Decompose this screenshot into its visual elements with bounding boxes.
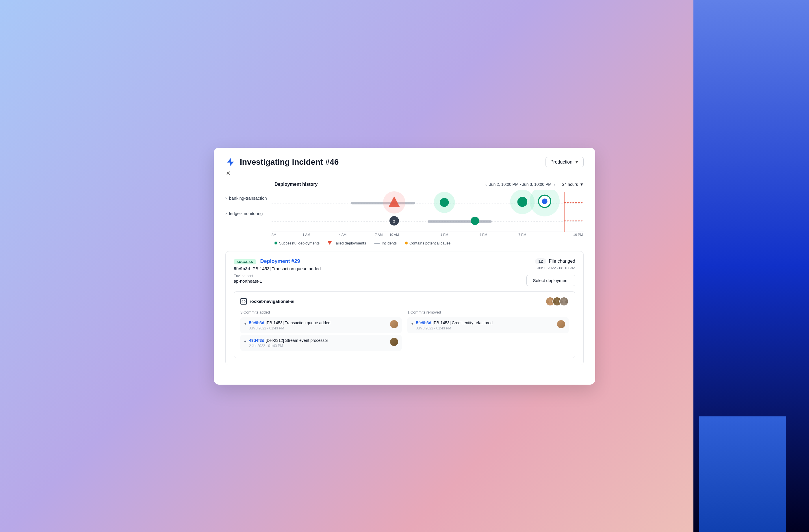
repo-header: rocket-navigational-ai bbox=[240, 297, 569, 306]
deployment-history-label: Deployment history bbox=[275, 182, 317, 187]
commit-date: Jun 3 2022 - 01:43 PM bbox=[416, 326, 493, 330]
svg-point-14 bbox=[542, 198, 547, 204]
svg-text:7 AM: 7 AM bbox=[375, 233, 382, 236]
service-item-banking[interactable]: › banking-transaction bbox=[225, 196, 272, 201]
avatar-group bbox=[546, 297, 569, 306]
commit-dot-icon: ⬥ bbox=[411, 321, 414, 326]
legend-incidents-label: Incidents bbox=[382, 241, 397, 245]
chart-controls: ‹ Jun 2, 10:00 PM - Jun 3, 10:00 PM › 24… bbox=[485, 182, 584, 187]
legend-potential: Contains potential cause bbox=[405, 241, 450, 245]
svg-text:4 PM: 4 PM bbox=[479, 233, 487, 236]
commit-hash-link[interactable]: 49d4f3d bbox=[249, 338, 264, 343]
svg-point-36 bbox=[561, 302, 567, 306]
services-list: › banking-transaction › ledger-monitorin… bbox=[225, 190, 272, 239]
repo-name: rocket-navigational-ai bbox=[240, 298, 294, 305]
legend-failed: Failed deployments bbox=[328, 241, 366, 245]
svg-point-31 bbox=[548, 298, 552, 302]
deployment-commit-message: [PB-1453] Transaction queue added bbox=[252, 266, 321, 271]
commits-removed: 1 Commits removed ⬥ 5fe9b3d [PB-1453] Cr… bbox=[407, 310, 569, 353]
avatar-3 bbox=[560, 297, 569, 306]
deployment-card-right: 12 File changed Jun 3 2022 - 08:10 PM Se… bbox=[527, 258, 575, 286]
header: Investigating incident #46 Production ▼ bbox=[225, 157, 584, 167]
legend-incidents: Incidents bbox=[374, 241, 397, 245]
svg-text:10 AM: 10 AM bbox=[390, 233, 399, 236]
svg-text:10 AM: 10 AM bbox=[272, 233, 276, 236]
commit-dot-icon: ⬥ bbox=[244, 321, 247, 326]
commit-message: [DH-2312] Stream event processor bbox=[265, 338, 328, 343]
select-deployment-button[interactable]: Select deployment bbox=[527, 275, 575, 286]
file-changed: 12 File changed bbox=[527, 258, 575, 264]
service-chevron-icon: › bbox=[225, 196, 227, 200]
service-item-ledger[interactable]: › ledger-monitoring bbox=[225, 211, 272, 216]
commit-hash-link[interactable]: 5fe9b3d bbox=[416, 321, 431, 325]
svg-text:10 PM: 10 PM bbox=[573, 233, 583, 236]
commits-removed-label: 1 Commits removed bbox=[407, 310, 569, 314]
legend-failed-label: Failed deployments bbox=[333, 241, 366, 245]
commit-message: [PB-1453] Credit entity refactored bbox=[432, 321, 493, 325]
commit-item-left: ⬥ 5fe9b3d [PB-1453] Credit entity refact… bbox=[411, 320, 493, 330]
commit-avatar bbox=[390, 320, 398, 328]
svg-point-32 bbox=[547, 302, 553, 306]
commit-details: 5fe9b3d [PB-1453] Transaction queue adde… bbox=[249, 320, 330, 330]
legend-incidents-line bbox=[374, 243, 380, 244]
avatar-image-3 bbox=[560, 297, 568, 306]
svg-rect-5 bbox=[351, 202, 415, 204]
deployment-commit-hash: 5fe9b3d bbox=[234, 266, 250, 271]
production-dropdown[interactable]: Production ▼ bbox=[546, 157, 584, 167]
date-range-text: Jun 2, 10:00 PM - Jun 3, 10:00 PM bbox=[489, 182, 552, 187]
chart-section: Deployment history ‹ Jun 2, 10:00 PM - J… bbox=[225, 182, 584, 245]
date-range: ‹ Jun 2, 10:00 PM - Jun 3, 10:00 PM › bbox=[485, 182, 555, 187]
svg-point-11 bbox=[517, 197, 528, 207]
svg-rect-18 bbox=[428, 220, 492, 223]
deployment-card: SUCCESS Deployment #29 5fe9b3d [PB-1453]… bbox=[225, 251, 584, 365]
commits-added-label: 3 Commits added bbox=[240, 310, 402, 314]
chart-legend: Successful deployments Failed deployment… bbox=[275, 241, 584, 245]
commits-added: 3 Commits added ⬥ 5fe9b3d [PB-1453] Tran… bbox=[240, 310, 402, 353]
commit-date: Jun 3 2022 - 01:43 PM bbox=[249, 326, 330, 330]
commit-line: 49d4f3d [DH-2312] Stream event processor bbox=[249, 338, 328, 343]
commit-details: 49d4f3d [DH-2312] Stream event processor… bbox=[249, 338, 328, 348]
commit-details: 5fe9b3d [PB-1453] Credit entity refactor… bbox=[416, 320, 493, 330]
svg-text:7 PM: 7 PM bbox=[518, 233, 526, 236]
repo-section: rocket-navigational-ai bbox=[234, 291, 575, 358]
time-chevron-icon: ▼ bbox=[580, 182, 584, 187]
commit-item-removed-0: ⬥ 5fe9b3d [PB-1453] Credit entity refact… bbox=[407, 317, 569, 333]
commit-avatar bbox=[557, 320, 565, 328]
chevron-down-icon: ▼ bbox=[575, 160, 579, 165]
svg-point-21 bbox=[471, 217, 479, 225]
chart-svg: 2 10 AM 1 AM 4 AM 7 AM 10 AM 1 PM 4 PM 7… bbox=[272, 190, 584, 238]
svg-point-9 bbox=[440, 198, 449, 207]
commit-item-left: ⬥ 49d4f3d [DH-2312] Stream event process… bbox=[244, 338, 328, 348]
commit-line: 5fe9b3d [PB-1453] Credit entity refactor… bbox=[416, 320, 493, 325]
service-label: banking-transaction bbox=[229, 196, 267, 201]
svg-text:1 AM: 1 AM bbox=[303, 233, 310, 236]
prev-arrow[interactable]: ‹ bbox=[485, 182, 487, 187]
commit-item-1: ⬥ 49d4f3d [DH-2312] Stream event process… bbox=[240, 335, 402, 351]
status-badge: SUCCESS bbox=[234, 259, 256, 264]
header-left: Investigating incident #46 bbox=[225, 157, 339, 167]
deployment-card-header: SUCCESS Deployment #29 5fe9b3d [PB-1453]… bbox=[234, 258, 575, 286]
commit-line: 5fe9b3d [PB-1453] Transaction queue adde… bbox=[249, 320, 330, 325]
chart-header: Deployment history ‹ Jun 2, 10:00 PM - J… bbox=[225, 182, 584, 187]
svg-text:1 PM: 1 PM bbox=[440, 233, 448, 236]
legend-successful-dot bbox=[275, 242, 277, 244]
svg-point-33 bbox=[555, 298, 559, 302]
commit-avatar bbox=[390, 338, 398, 346]
page-title: Investigating incident #46 bbox=[240, 157, 339, 167]
legend-failed-triangle bbox=[328, 241, 332, 245]
close-icon bbox=[225, 170, 231, 176]
legend-successful-label: Successful deployments bbox=[279, 241, 320, 245]
commit-hash-link[interactable]: 5fe9b3d bbox=[249, 321, 264, 325]
next-arrow[interactable]: › bbox=[554, 182, 555, 187]
repo-icon bbox=[240, 298, 247, 305]
legend-potential-dot bbox=[405, 242, 408, 244]
close-button[interactable] bbox=[225, 170, 231, 177]
commits-columns: 3 Commits added ⬥ 5fe9b3d [PB-1453] Tran… bbox=[240, 310, 569, 353]
legend-potential-label: Contains potential cause bbox=[409, 241, 450, 245]
legend-successful: Successful deployments bbox=[275, 241, 320, 245]
main-card: Investigating incident #46 Production ▼ … bbox=[214, 148, 595, 384]
environment-label: Environment bbox=[234, 274, 321, 278]
time-dropdown[interactable]: 24 hours ▼ bbox=[562, 182, 584, 187]
deployment-title: Deployment #29 bbox=[260, 258, 300, 264]
deployment-card-left: SUCCESS Deployment #29 5fe9b3d [PB-1453]… bbox=[234, 258, 321, 284]
